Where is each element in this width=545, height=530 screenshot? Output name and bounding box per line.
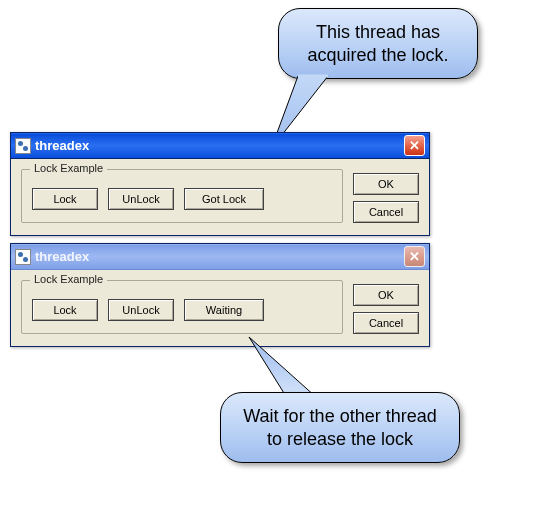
titlebar-2[interactable]: threadex ✕ — [11, 244, 429, 270]
titlebar-1[interactable]: threadex ✕ — [11, 133, 429, 159]
callout-top-text: This thread has acquired the lock. — [307, 22, 448, 65]
window-title: threadex — [35, 249, 404, 264]
client-area-2: Lock Example Lock UnLock Waiting OK Canc… — [11, 270, 429, 346]
unlock-button[interactable]: UnLock — [108, 188, 174, 210]
app-icon — [15, 249, 31, 265]
groupbox-lock-example: Lock Example Lock UnLock Waiting — [21, 280, 343, 334]
status-button-waiting[interactable]: Waiting — [184, 299, 264, 321]
client-area-1: Lock Example Lock UnLock Got Lock OK Can… — [11, 159, 429, 235]
lock-button[interactable]: Lock — [32, 299, 98, 321]
dialog-buttons: OK Cancel — [353, 169, 419, 223]
app-icon — [15, 138, 31, 154]
callout-top-bubble: This thread has acquired the lock. — [278, 8, 478, 79]
window-title: threadex — [35, 138, 404, 153]
close-icon: ✕ — [409, 249, 420, 264]
callout-bottom-bubble: Wait for the other thread to release the… — [220, 392, 460, 463]
dialog-buttons: OK Cancel — [353, 280, 419, 334]
close-icon: ✕ — [409, 138, 420, 153]
callout-top: This thread has acquired the lock. — [278, 8, 478, 79]
lock-button[interactable]: Lock — [32, 188, 98, 210]
close-button[interactable]: ✕ — [404, 246, 425, 267]
cancel-button[interactable]: Cancel — [353, 201, 419, 223]
groupbox-label: Lock Example — [30, 162, 107, 174]
groupbox-lock-example: Lock Example Lock UnLock Got Lock — [21, 169, 343, 223]
unlock-button[interactable]: UnLock — [108, 299, 174, 321]
close-button[interactable]: ✕ — [404, 135, 425, 156]
groupbox-label: Lock Example — [30, 273, 107, 285]
callout-bottom: Wait for the other thread to release the… — [220, 392, 460, 463]
cancel-button[interactable]: Cancel — [353, 312, 419, 334]
callout-bottom-text: Wait for the other thread to release the… — [243, 406, 436, 449]
ok-button[interactable]: OK — [353, 284, 419, 306]
status-button-gotlock[interactable]: Got Lock — [184, 188, 264, 210]
window-threadex-2: threadex ✕ Lock Example Lock UnLock Wait… — [10, 243, 430, 347]
window-threadex-1: threadex ✕ Lock Example Lock UnLock Got … — [10, 132, 430, 236]
ok-button[interactable]: OK — [353, 173, 419, 195]
